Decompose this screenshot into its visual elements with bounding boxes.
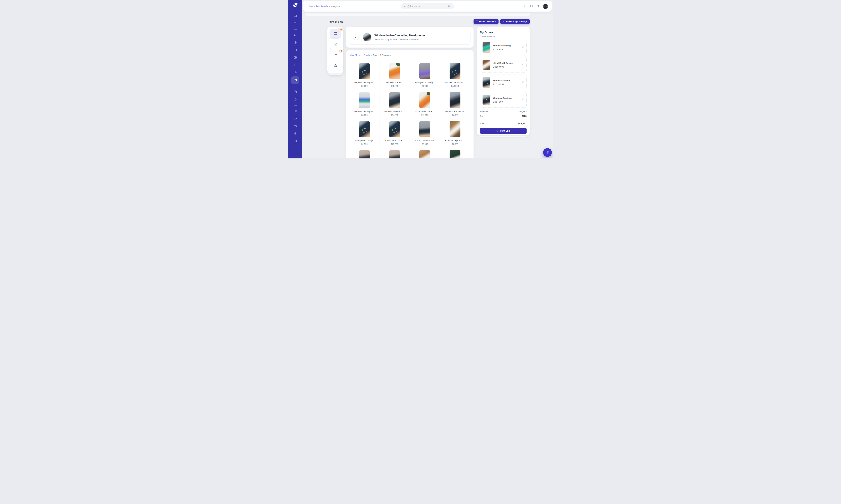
shield-check-icon bbox=[294, 132, 297, 136]
product-card[interactable]: Professional DSLR ...$79,999 bbox=[410, 88, 440, 117]
product-name: Wireless Gaming M... bbox=[354, 110, 375, 113]
product-name: Wireless Noise-Can... bbox=[384, 110, 405, 113]
order-item-name: Wireless Gaming ... bbox=[493, 44, 513, 47]
quick-menu-packages-tab[interactable] bbox=[330, 62, 341, 71]
edit-pencil-icon[interactable] bbox=[521, 46, 524, 49]
product-card[interactable]: Wireless Earbuds w...$7,999 bbox=[440, 88, 470, 117]
upload-tray-icon bbox=[294, 98, 297, 102]
product-name: Smartphone Chargi... bbox=[415, 82, 435, 84]
quick-menu-keys-tab[interactable]: 3 bbox=[330, 51, 341, 60]
product-card[interactable]: Smartphone Chargi...$1,999 bbox=[410, 59, 440, 88]
floating-settings-button[interactable] bbox=[543, 148, 552, 157]
product-image bbox=[419, 63, 430, 79]
back-button[interactable] bbox=[353, 34, 359, 40]
breadcrumb-separator: › bbox=[362, 54, 362, 56]
sidebar-item-add[interactable] bbox=[291, 138, 299, 145]
grid-icon bbox=[294, 109, 297, 113]
sidebar-item-keyboard[interactable] bbox=[291, 115, 299, 123]
product-card[interactable] bbox=[349, 146, 380, 158]
product-price: $4,999 bbox=[361, 114, 368, 116]
product-card[interactable]: 8-Cup Coffee Maker$3,999 bbox=[410, 117, 440, 146]
list-plus-icon bbox=[294, 22, 297, 25]
fullscreen-icon[interactable] bbox=[530, 5, 533, 8]
sidebar-item-invoices[interactable] bbox=[291, 61, 299, 69]
quick-search[interactable]: ⌘K bbox=[401, 3, 454, 10]
product-price: $4,999 bbox=[361, 85, 368, 87]
sidebar-divider bbox=[294, 84, 296, 88]
product-price: $1,999 bbox=[422, 85, 428, 87]
printer-icon bbox=[496, 129, 499, 132]
product-name: Wireless Earbuds w... bbox=[445, 110, 465, 113]
product-card[interactable]: Ultra HD 4K Smart ...$59,999 bbox=[380, 59, 410, 88]
sidebar-item-security[interactable] bbox=[291, 130, 299, 138]
order-item[interactable]: Wireless Noise-C... 9 x $14,999 bbox=[480, 75, 527, 90]
edit-pencil-icon[interactable] bbox=[521, 81, 524, 84]
order-item-qty-price: 8 x $4,999 bbox=[493, 101, 513, 103]
sidebar-item-tasks[interactable] bbox=[291, 20, 299, 27]
book-icon bbox=[294, 33, 297, 37]
sidebar-item-briefcase[interactable] bbox=[291, 123, 299, 130]
breadcrumb-separator: › bbox=[371, 54, 372, 56]
edit-pencil-icon[interactable] bbox=[521, 98, 524, 102]
catalog-panel: Main Menu › Foods › Sports & Outdoors Wi… bbox=[346, 50, 474, 158]
catalog-breadcrumb-current: Sports & Outdoors bbox=[373, 54, 391, 56]
product-name: Wireless Gaming M... bbox=[354, 82, 375, 84]
order-item-name: Wireless Gaming ... bbox=[493, 97, 513, 99]
sidebar-item-analytics[interactable] bbox=[291, 12, 299, 20]
subtotal-value: $30,492 bbox=[519, 110, 527, 113]
product-card[interactable]: Professional DSLR ...$79,999 bbox=[380, 117, 410, 146]
product-card[interactable]: Bluetooth Speaker ...$7,999 bbox=[440, 117, 470, 146]
product-card[interactable]: Ultra HD 4K Smart ...$59,999 bbox=[440, 59, 470, 88]
brand-logo[interactable] bbox=[293, 3, 298, 7]
user-avatar[interactable] bbox=[543, 4, 548, 9]
quick-menu-pos-tab[interactable]: 12+ bbox=[330, 29, 341, 39]
breadcrumb-dashboards[interactable]: Dashboards bbox=[316, 5, 328, 7]
order-item[interactable]: Wireless Gaming ... 3 x $4,999 bbox=[480, 39, 527, 55]
page-title: Point of Sale bbox=[328, 20, 343, 23]
sidebar-item-explore[interactable] bbox=[291, 39, 299, 47]
order-item-image bbox=[483, 60, 490, 70]
product-image bbox=[389, 121, 400, 137]
quick-menu-messages-tab[interactable] bbox=[330, 40, 341, 50]
product-price: $7,999 bbox=[452, 114, 458, 116]
search-input[interactable] bbox=[407, 5, 448, 7]
order-item[interactable]: Ultra HD 4K Smar... 6 x $59,999 bbox=[480, 57, 527, 73]
product-image bbox=[419, 121, 430, 137]
selected-product-title: Wireless Noise-Cancelling Headphones bbox=[375, 34, 426, 37]
sidebar-item-journal[interactable] bbox=[291, 32, 299, 39]
sidebar-item-kanban[interactable] bbox=[291, 47, 299, 54]
print-bills-button[interactable]: Print Bills bbox=[480, 128, 527, 134]
product-image bbox=[449, 63, 460, 79]
sidebar-divider bbox=[294, 27, 296, 32]
edit-pencil-icon[interactable] bbox=[521, 63, 524, 67]
product-card[interactable] bbox=[410, 146, 440, 158]
product-card[interactable]: Smartphone Chargi...$1,999 bbox=[349, 117, 380, 146]
sidebar-item-widgets[interactable] bbox=[291, 108, 299, 115]
bell-icon[interactable] bbox=[536, 5, 539, 8]
sidebar-item-formulas[interactable] bbox=[291, 54, 299, 61]
sidebar-item-payments[interactable] bbox=[291, 69, 299, 76]
pen-square-icon bbox=[294, 90, 297, 94]
sidebar-item-uploads[interactable] bbox=[291, 96, 299, 103]
catalog-breadcrumb-main-menu[interactable]: Main Menu bbox=[350, 54, 360, 56]
coin-icon bbox=[294, 71, 297, 75]
product-name: Smartphone Chargi... bbox=[354, 139, 375, 142]
order-item[interactable]: Wireless Gaming ... 8 x $4,999 bbox=[480, 92, 527, 108]
product-card[interactable]: Wireless Noise-Can...$14,999 bbox=[380, 88, 410, 117]
upload-new-files-button[interactable]: Upload New Files bbox=[474, 19, 498, 24]
file-manager-settings-button[interactable]: File Manager Settings bbox=[500, 19, 530, 24]
product-price: $1,999 bbox=[361, 143, 368, 145]
sidebar bbox=[288, 0, 302, 158]
product-image bbox=[389, 150, 400, 158]
product-card[interactable]: Wireless Gaming M...$4,999 bbox=[349, 59, 380, 88]
tax-value: $423 bbox=[521, 115, 527, 118]
product-card[interactable] bbox=[440, 146, 470, 158]
sidebar-item-pos[interactable] bbox=[291, 76, 299, 84]
apps-grid-icon[interactable] bbox=[524, 5, 526, 8]
sidebar-item-editor[interactable] bbox=[291, 88, 299, 96]
selected-product-panel: Wireless Noise-Cancelling Headphones Sav… bbox=[346, 27, 474, 48]
catalog-breadcrumb-foods[interactable]: Foods bbox=[364, 54, 370, 56]
product-card[interactable] bbox=[380, 146, 410, 158]
product-card[interactable]: Wireless Gaming M...$4,999 bbox=[349, 88, 380, 117]
breadcrumb-app[interactable]: App bbox=[309, 5, 313, 7]
